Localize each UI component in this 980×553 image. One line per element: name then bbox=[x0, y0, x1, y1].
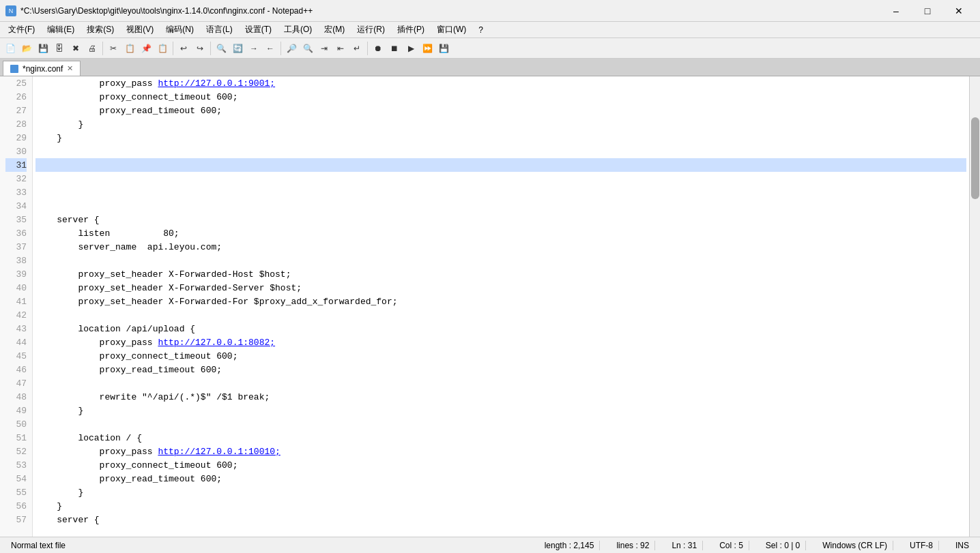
line-number: 26 bbox=[5, 90, 27, 104]
tb-zoom-out[interactable]: 🔍 bbox=[300, 41, 315, 56]
tb-findnext[interactable]: → bbox=[246, 41, 261, 56]
code-area[interactable]: proxy_pass http://127.0.0.1:9001; proxy_… bbox=[33, 76, 969, 537]
tb-new[interactable]: 📄 bbox=[3, 41, 18, 56]
tb-indent[interactable]: ⇥ bbox=[317, 41, 332, 56]
app-icon: N bbox=[5, 5, 16, 16]
code-line[interactable]: proxy_connect_timeout 600; bbox=[35, 349, 966, 363]
code-line[interactable]: proxy_set_header X-Forwarded-Server $hos… bbox=[35, 281, 966, 295]
line-number: 25 bbox=[5, 76, 27, 90]
line-number: 33 bbox=[5, 185, 27, 199]
tb-open[interactable]: 📂 bbox=[19, 41, 34, 56]
menu-file[interactable]: 文件(F) bbox=[3, 23, 40, 37]
code-line[interactable]: } bbox=[35, 485, 966, 499]
tb-zoom-in[interactable]: 🔎 bbox=[284, 41, 299, 56]
code-line[interactable]: proxy_read_timeout 600; bbox=[35, 104, 966, 117]
code-line[interactable]: } bbox=[35, 117, 966, 131]
status-col: Col : 5 bbox=[714, 541, 749, 550]
code-line[interactable]: server_name api.leyou.com; bbox=[35, 240, 966, 254]
code-line[interactable]: rewrite "^/api/(.*)$" /$1 break; bbox=[35, 390, 966, 404]
code-line[interactable]: proxy_set_header X-Forwarded-For $proxy_… bbox=[35, 295, 966, 308]
code-line[interactable]: } bbox=[35, 404, 966, 417]
code-line[interactable] bbox=[35, 376, 966, 390]
tb-undo[interactable]: ↩ bbox=[176, 41, 191, 56]
menu-help[interactable]: ? bbox=[473, 24, 489, 36]
code-line[interactable] bbox=[35, 145, 966, 158]
menu-plugins[interactable]: 插件(P) bbox=[392, 23, 430, 37]
line-number: 49 bbox=[5, 404, 27, 417]
tb-close[interactable]: ✖ bbox=[68, 41, 83, 56]
tb-find[interactable]: 🔍 bbox=[214, 41, 229, 56]
line-number: 31 bbox=[5, 158, 27, 172]
code-line[interactable] bbox=[35, 199, 966, 213]
line-number: 53 bbox=[5, 458, 27, 472]
line-number: 47 bbox=[5, 376, 27, 390]
tb-paste2[interactable]: 📋 bbox=[155, 41, 170, 56]
code-line[interactable] bbox=[35, 417, 966, 431]
code-line[interactable]: proxy_set_header X-Forwarded-Host $host; bbox=[35, 267, 966, 281]
code-line[interactable]: listen 80; bbox=[35, 226, 966, 240]
code-line[interactable]: location / { bbox=[35, 431, 966, 445]
close-button[interactable]: ✕ bbox=[943, 0, 975, 22]
minimize-button[interactable]: – bbox=[880, 0, 912, 22]
menu-encoding[interactable]: 编码(N) bbox=[160, 23, 199, 37]
tb-redo[interactable]: ↪ bbox=[192, 41, 207, 56]
line-number: 29 bbox=[5, 131, 27, 145]
code-line[interactable]: proxy_connect_timeout 600; bbox=[35, 90, 966, 104]
tb-replace[interactable]: 🔄 bbox=[230, 41, 245, 56]
menu-language[interactable]: 语言(L) bbox=[201, 23, 238, 37]
code-line[interactable] bbox=[35, 172, 966, 185]
code-line[interactable]: server { bbox=[35, 213, 966, 226]
line-number: 36 bbox=[5, 226, 27, 240]
tb-macro-stop[interactable]: ⏹ bbox=[387, 41, 402, 56]
title-bar: N *C:\Users\Gary\Desktop\git\leyou\tools… bbox=[0, 0, 980, 22]
line-number: 39 bbox=[5, 267, 27, 281]
tb-macro-play[interactable]: ▶ bbox=[403, 41, 418, 56]
tb-outdent[interactable]: ⇤ bbox=[333, 41, 348, 56]
tb-macro-save[interactable]: 💾 bbox=[436, 41, 451, 56]
code-line[interactable] bbox=[35, 254, 966, 267]
code-line[interactable] bbox=[35, 185, 966, 199]
menu-search[interactable]: 搜索(S) bbox=[81, 23, 119, 37]
line-number: 55 bbox=[5, 485, 27, 499]
line-number: 30 bbox=[5, 145, 27, 158]
code-line[interactable]: proxy_pass http://127.0.0.1:10010; bbox=[35, 445, 966, 458]
tb-wrap[interactable]: ↵ bbox=[349, 41, 364, 56]
code-line[interactable] bbox=[35, 158, 966, 172]
menu-view[interactable]: 视图(V) bbox=[121, 23, 159, 37]
code-line[interactable]: proxy_connect_timeout 600; bbox=[35, 458, 966, 472]
menu-run[interactable]: 运行(R) bbox=[351, 23, 390, 37]
tb-paste[interactable]: 📌 bbox=[139, 41, 154, 56]
tb-macro-run[interactable]: ⏩ bbox=[420, 41, 435, 56]
vertical-scrollbar[interactable] bbox=[969, 76, 980, 537]
tb-print[interactable]: 🖨 bbox=[85, 41, 100, 56]
code-line[interactable]: proxy_pass http://127.0.0.1:8082; bbox=[35, 335, 966, 349]
maximize-button[interactable]: □ bbox=[912, 0, 943, 22]
menu-macro[interactable]: 宏(M) bbox=[319, 23, 350, 37]
code-line[interactable]: location /api/upload { bbox=[35, 322, 966, 335]
menu-window[interactable]: 窗口(W) bbox=[431, 23, 472, 37]
code-line[interactable]: } bbox=[35, 499, 966, 513]
code-line[interactable] bbox=[35, 308, 966, 322]
line-number: 32 bbox=[5, 172, 27, 185]
code-line[interactable]: server { bbox=[35, 513, 966, 526]
tb-findprev[interactable]: ← bbox=[263, 41, 278, 56]
code-line[interactable]: proxy_read_timeout 600; bbox=[35, 472, 966, 485]
tab-nginx-conf[interactable]: *nginx.conf ✕ bbox=[3, 61, 81, 76]
tb-macro-record[interactable]: ⏺ bbox=[371, 41, 386, 56]
code-line[interactable]: proxy_pass http://127.0.0.1:9001; bbox=[35, 76, 966, 90]
code-line[interactable]: } bbox=[35, 131, 966, 145]
code-line[interactable]: proxy_read_timeout 600; bbox=[35, 363, 966, 376]
status-length: length : 2,145 bbox=[539, 541, 601, 550]
menu-edit[interactable]: 编辑(E) bbox=[42, 23, 80, 37]
tb-copy[interactable]: 📋 bbox=[122, 41, 137, 56]
tb-cut[interactable]: ✂ bbox=[106, 41, 121, 56]
tb-save[interactable]: 💾 bbox=[35, 41, 51, 56]
line-number: 35 bbox=[5, 213, 27, 226]
scrollbar-thumb[interactable] bbox=[971, 117, 979, 199]
tb-saveall[interactable]: 🗄 bbox=[52, 41, 67, 56]
toolbar-separator-5 bbox=[367, 42, 368, 55]
status-encoding: UTF-8 bbox=[904, 541, 939, 550]
tab-close-button[interactable]: ✕ bbox=[67, 64, 73, 73]
menu-tools[interactable]: 工具(O) bbox=[278, 23, 317, 37]
menu-settings[interactable]: 设置(T) bbox=[240, 23, 277, 37]
